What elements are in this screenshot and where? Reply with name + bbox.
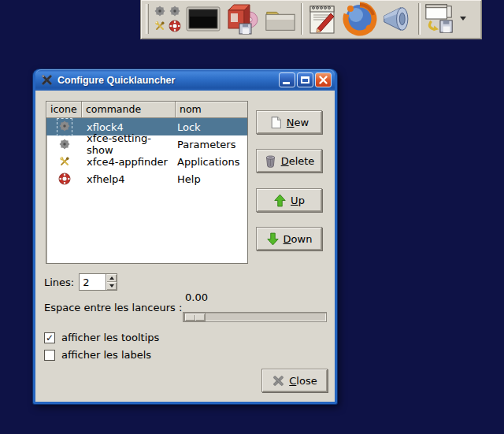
window-tools-icon	[40, 73, 54, 87]
maximize-icon	[301, 76, 309, 83]
notepad-icon	[306, 2, 339, 35]
arrow-down-icon	[266, 232, 280, 246]
window-title: Configure Quicklauncher	[57, 75, 279, 86]
lifering-icon[interactable]	[169, 20, 181, 32]
spinner-up-button[interactable]	[106, 274, 117, 282]
xfce-panel	[140, 0, 482, 39]
lines-spinner	[79, 273, 117, 291]
row-nom: Help	[176, 173, 247, 185]
firefox-icon	[343, 2, 377, 36]
down-button[interactable]: Down	[256, 227, 322, 250]
maximize-button[interactable]	[297, 72, 313, 87]
session-save-launcher[interactable]	[424, 3, 455, 35]
close-button[interactable]: Close	[261, 369, 328, 392]
close-window-button[interactable]	[315, 72, 332, 87]
folder-icon	[263, 5, 298, 33]
tools-icon[interactable]	[154, 20, 166, 32]
firefox-launcher[interactable]	[343, 2, 377, 36]
tools-icon	[46, 155, 82, 168]
lifering-icon	[46, 172, 82, 185]
quicklauncher-plugin	[152, 5, 183, 32]
trash-icon	[264, 154, 277, 168]
gear-icon	[46, 138, 82, 150]
new-button[interactable]: New	[256, 110, 322, 134]
session-save-icon	[424, 3, 455, 35]
lines-input[interactable]	[80, 274, 106, 290]
package-icon	[224, 2, 260, 35]
arrow-up-icon	[273, 194, 287, 207]
triangle-up-icon	[109, 276, 114, 280]
checkbox-unchecked-icon[interactable]	[44, 350, 55, 361]
tooltips-checkbox-label: afficher les tooltips	[61, 332, 159, 343]
up-button-label: Up	[291, 195, 305, 206]
spacing-slider[interactable]	[183, 312, 327, 322]
lines-label: Lines:	[44, 276, 74, 288]
minimize-button[interactable]	[279, 72, 295, 87]
down-button-label: Down	[284, 233, 313, 245]
checkbox-checked-icon[interactable]: ✓	[44, 332, 55, 343]
delete-button[interactable]: Delete	[256, 149, 322, 172]
launcher-list[interactable]: icone commande nom xflock4 Lock xfce-set…	[46, 101, 248, 264]
tooltips-checkbox-row[interactable]: ✓ afficher les tooltips	[44, 332, 159, 343]
row-commande: xflock4	[82, 121, 176, 133]
text-editor-launcher[interactable]	[306, 2, 339, 35]
speaker-icon	[380, 3, 415, 35]
row-nom: Parameters	[176, 139, 247, 150]
gear-icon	[58, 120, 71, 135]
slider-thumb[interactable]	[184, 313, 206, 321]
column-header-nom[interactable]: nom	[176, 102, 247, 118]
row-nom: Applications	[176, 156, 247, 168]
gear-icon[interactable]	[169, 5, 181, 17]
row-commande: xfhelp4	[82, 173, 176, 185]
terminal-launcher[interactable]	[186, 6, 220, 32]
new-page-icon	[269, 116, 283, 129]
column-header-commande[interactable]: commande	[82, 102, 176, 118]
new-button-label: New	[287, 117, 309, 128]
minimize-icon	[283, 82, 290, 84]
panel-handle[interactable]	[146, 4, 149, 34]
volume-launcher[interactable]	[380, 3, 415, 35]
gear-icon[interactable]	[154, 5, 166, 17]
list-header: icone commande nom	[46, 102, 247, 118]
panel-separator	[301, 3, 303, 35]
delete-button-label: Delete	[281, 155, 315, 167]
list-row-xfhelp4[interactable]: xfhelp4 Help	[46, 170, 247, 187]
up-button[interactable]: Up	[256, 188, 322, 212]
panel-separator	[418, 3, 421, 35]
row-commande: xfce-setting-show	[82, 132, 176, 156]
row-commande: xfce4-appfinder	[82, 156, 176, 168]
list-row-xfce4-appfinder[interactable]: xfce4-appfinder Applications	[46, 153, 247, 170]
close-icon	[318, 75, 328, 85]
dialog-body: icone commande nom xflock4 Lock xfce-set…	[35, 91, 335, 402]
terminal-icon	[186, 6, 220, 32]
list-row-xfce-setting-show[interactable]: xfce-setting-show Parameters	[46, 135, 247, 153]
panel-dropdown-arrow-icon[interactable]	[460, 17, 466, 20]
labels-checkbox-label: afficher les labels	[61, 349, 151, 361]
spacing-label: Espace entre les lanceurs :	[44, 302, 182, 313]
labels-checkbox-row[interactable]: afficher les labels	[44, 349, 151, 361]
triangle-down-icon	[109, 284, 114, 287]
column-header-icone[interactable]: icone	[46, 102, 82, 118]
close-button-label: Close	[289, 375, 317, 387]
spacing-value: 0.00	[185, 291, 208, 303]
row-nom: Lock	[176, 121, 247, 133]
dialog-titlebar[interactable]: Configure Quicklauncher	[35, 69, 335, 91]
configure-quicklauncher-dialog: Configure Quicklauncher icone commande n…	[33, 69, 337, 404]
package-manager-launcher[interactable]	[224, 2, 260, 35]
x-icon	[272, 374, 285, 388]
spinner-down-button[interactable]	[106, 282, 117, 290]
file-manager-launcher[interactable]	[263, 5, 298, 33]
